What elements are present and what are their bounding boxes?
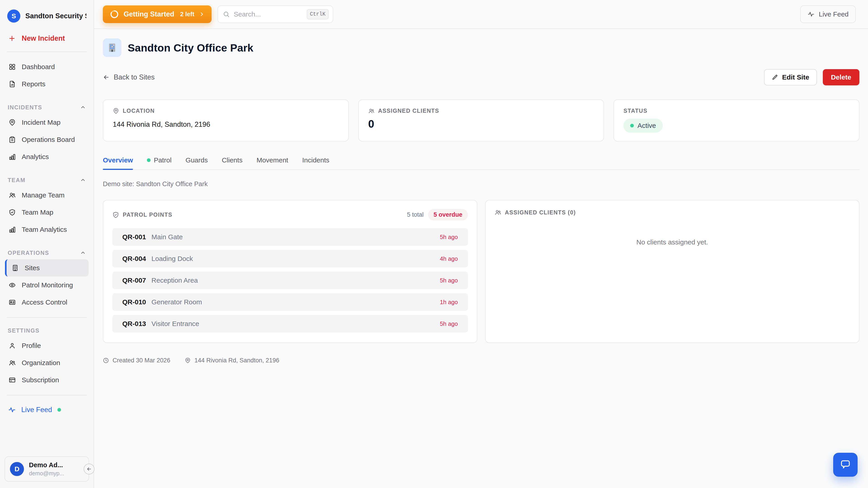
patrol-point-row[interactable]: QR-001 Main Gate 5h ago <box>112 228 468 246</box>
assigned-clients-panel-title: ASSIGNED CLIENTS (0) <box>495 209 576 216</box>
pencil-icon <box>772 74 778 80</box>
tab-incidents[interactable]: Incidents <box>302 156 329 169</box>
patrol-points-stats: 5 total 5 overdue <box>407 209 468 221</box>
building-glyph <box>107 42 117 53</box>
tab-movement[interactable]: Movement <box>256 156 288 169</box>
sidebar-item-label: Incident Map <box>22 119 61 126</box>
status-value: Active <box>638 122 656 129</box>
back-to-sites-link[interactable]: Back to Sites <box>103 73 155 81</box>
org-name: Sandton Security Ser... <box>25 12 86 20</box>
plus-icon <box>8 35 16 42</box>
getting-started-button[interactable]: Getting Started 2 left <box>103 5 212 23</box>
sidebar-item-team-analytics[interactable]: Team Analytics <box>5 221 89 238</box>
status-dot <box>630 124 634 127</box>
header-actions: Edit Site Delete <box>764 69 860 86</box>
eye-icon <box>8 282 16 289</box>
patrol-point-row[interactable]: QR-010 Generator Room 1h ago <box>112 293 468 311</box>
patrol-points-panel: PATROL POINTS 5 total 5 overdue QR-001 M… <box>103 200 477 343</box>
section-team[interactable]: TEAM <box>5 173 89 187</box>
collapse-sidebar-button[interactable] <box>84 464 94 475</box>
section-settings: SETTINGS <box>5 324 89 337</box>
sidebar-item-live-feed[interactable]: Live Feed <box>5 402 89 418</box>
status-badge: Active <box>623 119 663 133</box>
sidebar-item-dashboard[interactable]: Dashboard <box>5 58 89 75</box>
no-clients-message: No clients assigned yet. <box>495 238 850 246</box>
patrol-overdue-badge: 5 overdue <box>428 209 468 221</box>
building-icon <box>11 264 19 271</box>
section-incidents[interactable]: INCIDENTS <box>5 101 89 114</box>
live-feed-button-label: Live Feed <box>819 10 848 18</box>
location-label: LOCATION <box>123 107 155 114</box>
sidebar-item-reports[interactable]: Reports <box>5 75 89 93</box>
sidebar-item-label: Patrol Monitoring <box>22 281 73 289</box>
sidebar-item-label: Team Map <box>22 208 53 216</box>
overview-panels: PATROL POINTS 5 total 5 overdue QR-001 M… <box>103 200 860 343</box>
sidebar-item-manage-team[interactable]: Manage Team <box>5 187 89 204</box>
tab-guards[interactable]: Guards <box>186 156 208 169</box>
arrow-left-icon <box>86 466 92 472</box>
keyboard-shortcut-badge: CtrlK <box>307 9 329 20</box>
sidebar-item-sites[interactable]: Sites <box>5 259 89 276</box>
user-menu[interactable]: D Demo Ad... demo@myp... <box>4 456 89 482</box>
user-name: Demo Ad... <box>29 461 64 469</box>
sidebar-item-operations-board[interactable]: Operations Board <box>5 131 89 148</box>
arrow-left-icon <box>103 74 110 80</box>
chat-widget-button[interactable] <box>833 453 858 477</box>
sidebar-item-patrol-monitoring[interactable]: Patrol Monitoring <box>5 276 89 294</box>
patrol-point-row[interactable]: QR-013 Visitor Entrance 5h ago <box>112 315 468 332</box>
assigned-clients-label: ASSIGNED CLIENTS <box>378 107 439 114</box>
activity-icon <box>807 11 815 18</box>
users-icon <box>495 209 501 216</box>
sidebar-item-label: Analytics <box>22 153 49 161</box>
status-card-header: STATUS <box>623 107 849 114</box>
activity-icon <box>8 406 16 414</box>
qr-last-scan: 5h ago <box>440 277 458 284</box>
tab-overview[interactable]: Overview <box>103 156 133 169</box>
search-box[interactable]: CtrlK <box>217 5 333 23</box>
page-content: Sandton City Office Park Back to Sites E… <box>94 29 868 364</box>
sidebar-item-team-map[interactable]: Team Map <box>5 204 89 221</box>
report-file-icon <box>8 80 16 88</box>
patrol-point-row[interactable]: QR-007 Reception Area 5h ago <box>112 271 468 289</box>
assigned-clients-panel-header: ASSIGNED CLIENTS (0) <box>495 209 850 216</box>
tab-clients[interactable]: Clients <box>222 156 243 169</box>
patrol-live-dot <box>147 158 151 162</box>
section-operations[interactable]: OPERATIONS <box>5 246 89 259</box>
new-incident-button[interactable]: New Incident <box>5 32 89 45</box>
sidebar-item-incident-map[interactable]: Incident Map <box>5 114 89 131</box>
back-link-label: Back to Sites <box>114 73 155 81</box>
delete-site-button[interactable]: Delete <box>823 69 860 86</box>
qr-last-scan: 5h ago <box>440 320 458 327</box>
status-label: STATUS <box>623 107 647 114</box>
sidebar-item-analytics[interactable]: Analytics <box>5 148 89 165</box>
topbar: Getting Started 2 left CtrlK Live Feed <box>94 0 868 29</box>
sidebar-item-organization[interactable]: Organization <box>5 354 89 371</box>
chevron-right-icon <box>199 11 205 17</box>
tab-label: Overview <box>103 156 133 164</box>
sidebar-item-label: Sites <box>25 264 40 272</box>
sidebar-item-subscription[interactable]: Subscription <box>5 371 89 389</box>
sidebar-item-profile[interactable]: Profile <box>5 337 89 354</box>
assigned-clients-count: 0 <box>368 118 594 130</box>
live-feed-button[interactable]: Live Feed <box>800 5 856 23</box>
qr-code: QR-013 <box>122 320 146 328</box>
tab-label: Incidents <box>302 156 329 164</box>
site-meta-footer: Created 30 Mar 2026 144 Rivonia Rd, Sand… <box>103 357 860 364</box>
section-header-label: OPERATIONS <box>8 250 49 256</box>
qr-name: Generator Room <box>151 298 202 306</box>
site-address-label: 144 Rivonia Rd, Sandton, 2196 <box>194 357 279 364</box>
users-icon <box>8 359 16 366</box>
sidebar-item-label: Access Control <box>22 298 67 306</box>
qr-last-scan: 1h ago <box>440 299 458 306</box>
chat-bubble-icon <box>839 459 851 470</box>
tab-patrol[interactable]: Patrol <box>147 156 171 169</box>
users-icon <box>8 192 16 199</box>
sidebar-item-label: Organization <box>22 359 60 367</box>
search-input[interactable] <box>234 10 303 18</box>
edit-site-button[interactable]: Edit Site <box>764 69 817 86</box>
org-switcher[interactable]: S Sandton Security Ser... <box>5 8 89 23</box>
header-actions-row: Back to Sites Edit Site Delete <box>103 69 860 86</box>
sidebar-item-access-control[interactable]: Access Control <box>5 294 89 311</box>
patrol-point-row[interactable]: QR-004 Loading Dock 4h ago <box>112 250 468 267</box>
site-building-icon <box>103 38 121 57</box>
